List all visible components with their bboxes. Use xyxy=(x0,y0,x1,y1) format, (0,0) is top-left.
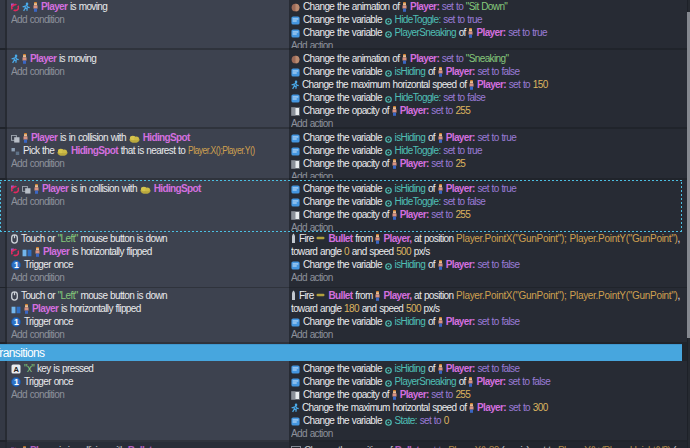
svg-text:1: 1 xyxy=(14,377,19,387)
svg-text:1: 1 xyxy=(14,260,19,270)
svg-text:1: 1 xyxy=(14,317,19,327)
